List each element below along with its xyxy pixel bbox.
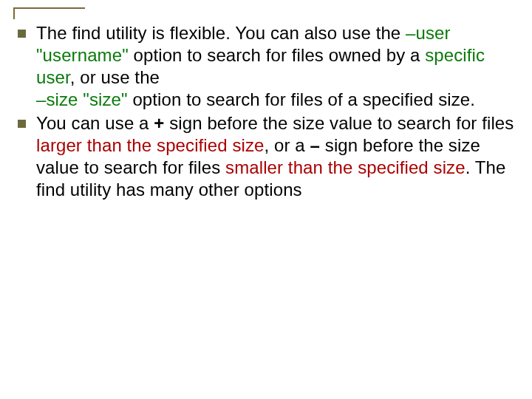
option-size: –size "size" <box>36 89 128 109</box>
bullet-text: You can use a + sign before the size val… <box>36 112 517 201</box>
minus-sign: – <box>310 135 320 155</box>
list-item: The find utility is flexible. You can al… <box>15 22 517 111</box>
bullet-list: The find utility is flexible. You can al… <box>15 22 517 201</box>
text-run: The find utility is flexible. You can al… <box>36 23 406 43</box>
list-item: You can use a + sign before the size val… <box>15 112 517 201</box>
bullet-text: The find utility is flexible. You can al… <box>36 22 517 111</box>
emph-larger: larger than the specified size <box>36 135 265 155</box>
slide: The find utility is flexible. You can al… <box>0 0 532 399</box>
plus-sign: + <box>154 113 164 133</box>
text-run: You can use a <box>36 113 154 133</box>
square-bullet-icon <box>18 30 26 38</box>
text-run: , or a <box>265 135 310 155</box>
corner-decoration <box>13 7 85 19</box>
text-run: option to search for files of a specifie… <box>128 89 475 109</box>
text-run: option to search for files owned by a <box>129 45 425 65</box>
text-run: , or use the <box>70 67 160 87</box>
text-run: sign before the size value to search for… <box>164 113 514 133</box>
emph-smaller: smaller than the specified size <box>225 157 466 177</box>
square-bullet-icon <box>18 120 26 128</box>
slide-content: The find utility is flexible. You can al… <box>15 22 517 201</box>
